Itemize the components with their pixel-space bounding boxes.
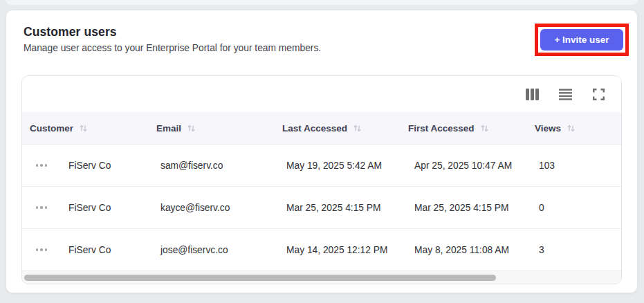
- table-header-row: Customer Email Last Accessed First Acces…: [22, 112, 621, 145]
- column-header-last-accessed[interactable]: Last Accessed: [282, 123, 408, 134]
- column-header-views[interactable]: Views: [535, 123, 621, 134]
- horizontal-scrollbar-track[interactable]: [22, 271, 621, 284]
- cell-customer: FiServ Co: [61, 203, 156, 213]
- cell-email: kayce@fiserv.co: [156, 203, 282, 213]
- cell-first-accessed: Apr 25, 2025 10:47 AM: [408, 160, 535, 171]
- sort-icon: [187, 124, 196, 133]
- horizontal-scrollbar-thumb[interactable]: [24, 275, 496, 281]
- sort-icon: [353, 124, 362, 133]
- cell-last-accessed: May 14, 2025 12:12 PM: [282, 245, 408, 255]
- cell-customer: FiServ Co: [61, 160, 156, 171]
- cell-views: 3: [535, 245, 621, 255]
- row-actions-menu-icon[interactable]: [33, 246, 50, 254]
- cell-last-accessed: May 19, 2025 5:42 AM: [282, 160, 408, 171]
- row-actions-menu-icon[interactable]: [33, 203, 50, 212]
- table-row: FiServ Co sam@fiserv.co May 19, 2025 5:4…: [22, 145, 621, 187]
- sort-icon: [79, 124, 88, 133]
- sort-icon: [567, 124, 576, 133]
- table-row: FiServ Co jose@fiservc.co May 14, 2025 1…: [22, 229, 621, 271]
- cell-email: jose@fiservc.co: [156, 245, 282, 255]
- cell-first-accessed: May 8, 2025 11:08 AM: [408, 245, 535, 255]
- cell-last-accessed: Mar 25, 2025 4:15 PM: [282, 203, 408, 213]
- customer-users-card: Customer users Manage user access to you…: [6, 10, 638, 293]
- row-height-icon[interactable]: [556, 85, 574, 103]
- cell-views: 103: [535, 160, 621, 171]
- previous-section-edge: [6, 0, 638, 5]
- cell-email: sam@fiserv.co: [156, 160, 282, 171]
- page-subtitle: Manage user access to your Enterprise Po…: [24, 43, 321, 53]
- invite-user-button[interactable]: + Invite user: [540, 29, 623, 50]
- row-actions-menu-icon[interactable]: [33, 161, 50, 169]
- sort-icon: [480, 124, 489, 133]
- users-table-panel: Customer Email Last Accessed First Acces…: [21, 75, 622, 284]
- columns-icon[interactable]: [523, 85, 541, 103]
- page-title: Customer users: [24, 25, 117, 39]
- table-row: FiServ Co kayce@fiserv.co Mar 25, 2025 4…: [22, 187, 621, 229]
- column-header-first-accessed[interactable]: First Accessed: [408, 123, 535, 134]
- cell-first-accessed: Mar 25, 2025 4:15 PM: [408, 203, 535, 213]
- column-header-customer[interactable]: Customer: [22, 123, 156, 134]
- annotation-highlight-box: + Invite user: [535, 24, 629, 56]
- cell-customer: FiServ Co: [61, 245, 156, 255]
- table-toolbar: [22, 76, 621, 112]
- column-header-email[interactable]: Email: [156, 123, 282, 134]
- fullscreen-icon[interactable]: [589, 85, 607, 103]
- cell-views: 0: [535, 203, 621, 213]
